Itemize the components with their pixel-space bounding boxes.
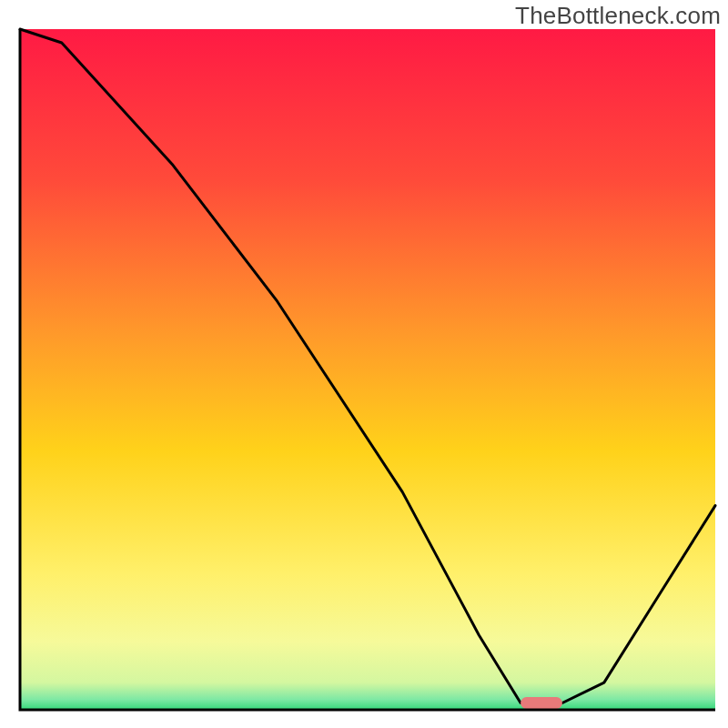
optimal-marker — [521, 697, 562, 709]
watermark-text: TheBottleneck.com — [515, 2, 721, 30]
chart-container: TheBottleneck.com — [0, 0, 728, 728]
chart-background — [20, 29, 715, 710]
bottleneck-chart — [11, 27, 717, 719]
